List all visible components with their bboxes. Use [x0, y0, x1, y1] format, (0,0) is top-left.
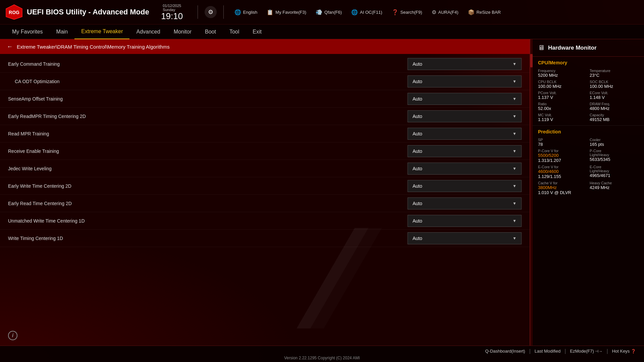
- setting-label: CA ODT Optimization: [8, 79, 408, 84]
- setting-dropdown-read-mpr-training[interactable]: Auto ▼: [408, 128, 522, 140]
- setting-row-early-read-time-2d: Early Read Time Centering 2D Auto ▼: [0, 195, 530, 212]
- breadcrumb-bar: ← Extreme Tweaker\DRAM Timing Control\Me…: [0, 39, 530, 54]
- chevron-down-icon: ▼: [513, 114, 517, 119]
- pred-sp: SP 78: [538, 138, 587, 147]
- hw-frequency: Frequency 5200 MHz: [538, 69, 587, 78]
- chevron-down-icon: ▼: [513, 184, 517, 188]
- setting-label: Early Read Time Centering 2D: [8, 201, 408, 206]
- setting-label: Early Command Training: [8, 61, 408, 67]
- toolbar-qfan[interactable]: 💨 Qfan(F6): [312, 7, 346, 17]
- svg-text:ROG: ROG: [9, 10, 19, 15]
- setting-row-receive-enable-training: Receive Enable Training Auto ▼: [0, 142, 530, 160]
- nav-advanced[interactable]: Advanced: [129, 24, 167, 39]
- setting-label: SenseAmp Offset Training: [8, 96, 408, 102]
- setting-row-unmatched-write-time-1d: Unmatched Write Time Centering 1D Auto ▼: [0, 212, 530, 230]
- datetime-area: 01/12/2025 Sunday 19:10: [159, 4, 185, 20]
- nav-boot[interactable]: Boot: [198, 24, 223, 39]
- time-display: 19:10: [161, 12, 183, 20]
- last-modified-button[interactable]: Last Modified: [535, 348, 560, 354]
- toolbar-search[interactable]: ❓ Search(F9): [388, 7, 426, 17]
- toolbar: 🌐 English 📋 My Favorite(F3) 💨 Qfan(F6) 🌐…: [230, 7, 639, 17]
- logo-area: ROG UEFI BIOS Utility - Advanced Mode: [5, 4, 149, 20]
- footer-sep-2: |: [565, 348, 566, 354]
- settings-panel: ← Extreme Tweaker\DRAM Timing Control\Me…: [0, 39, 530, 346]
- hw-pcore-volt: PCore Volt. 1.137 V: [538, 91, 587, 100]
- nav-main[interactable]: Main: [50, 24, 75, 39]
- chevron-down-icon: ▼: [513, 79, 517, 84]
- setting-dropdown-early-read-time-2d[interactable]: Auto ▼: [408, 197, 522, 209]
- info-area: i: [0, 325, 530, 346]
- ezmode-button[interactable]: EzMode(F7) ⊣→: [570, 348, 602, 354]
- chevron-down-icon: ▼: [513, 236, 517, 241]
- toolbar-ai-oc[interactable]: 🌐 AI OC(F11): [347, 7, 386, 17]
- cpu-memory-title: CPU/Memory: [538, 60, 639, 65]
- chevron-down-icon: ▼: [513, 131, 517, 136]
- toolbar-english[interactable]: 🌐 English: [230, 7, 262, 17]
- date-display: 01/12/2025 Sunday: [163, 4, 181, 12]
- footer: Q-Dashboard(Insert) | Last Modified | Ez…: [0, 346, 644, 362]
- nav-exit[interactable]: Exit: [246, 24, 268, 39]
- setting-row-read-mpr-training: Read MPR Training Auto ▼: [0, 125, 530, 142]
- aura-icon: ⚙: [432, 9, 436, 15]
- hw-monitor-panel: 🖥 Hardware Monitor CPU/Memory Frequency …: [533, 39, 644, 346]
- back-button[interactable]: ←: [7, 43, 13, 50]
- gear-button[interactable]: ⚙: [205, 6, 217, 18]
- chevron-down-icon: ▼: [513, 201, 517, 206]
- pred-ecore-v: E-Core V for 4600/4600 1.129/1.155: [538, 165, 587, 179]
- nav-monitor[interactable]: Monitor: [167, 24, 198, 39]
- setting-dropdown-senseamp-offset-training[interactable]: Auto ▼: [408, 93, 522, 105]
- setting-row-early-readmpr-timing-2d: Early ReadMPR Timing Centering 2D Auto ▼: [0, 108, 530, 125]
- q-dashboard-button[interactable]: Q-Dashboard(Insert): [485, 348, 525, 354]
- pred-pcore-v: P-Core V for 5500/5200 1.313/1.207: [538, 149, 587, 163]
- setting-label: Write Timing Centering 1D: [8, 236, 408, 241]
- setting-dropdown-write-timing-1d[interactable]: Auto ▼: [408, 232, 522, 244]
- footer-sep-3: |: [606, 348, 608, 354]
- top-bar-divider2: [223, 5, 224, 19]
- setting-row-ca-odt-optimization: CA ODT Optimization Auto ▼: [0, 73, 530, 90]
- setting-dropdown-early-command-training[interactable]: Auto ▼: [408, 58, 522, 70]
- setting-label: Early ReadMPR Timing Centering 2D: [8, 114, 408, 119]
- chevron-down-icon: ▼: [513, 97, 517, 101]
- setting-dropdown-ca-odt-optimization[interactable]: Auto ▼: [408, 75, 522, 87]
- setting-dropdown-unmatched-write-time-1d[interactable]: Auto ▼: [408, 215, 522, 227]
- cpu-memory-section: CPU/Memory Frequency 5200 MHz Temperatur…: [533, 57, 644, 126]
- nav-my-favorites[interactable]: My Favorites: [5, 24, 50, 39]
- setting-row-early-command-training: Early Command Training Auto ▼: [0, 55, 530, 73]
- setting-label: Early Write Time Centering 2D: [8, 183, 408, 189]
- main-content: ← Extreme Tweaker\DRAM Timing Control\Me…: [0, 39, 644, 346]
- setting-dropdown-early-write-time-2d[interactable]: Auto ▼: [408, 180, 522, 192]
- chevron-down-icon: ▼: [513, 62, 517, 66]
- pred-ecore-light-heavy: E-CoreLight/Heavy 4965/4671: [590, 165, 639, 179]
- info-icon[interactable]: i: [8, 331, 17, 340]
- toolbar-my-favorite[interactable]: 📋 My Favorite(F3): [263, 7, 310, 17]
- chevron-down-icon: ▼: [513, 219, 517, 223]
- globe-icon: 🌐: [234, 9, 241, 15]
- pred-heavy-cache: Heavy Cache 4249 MHz: [590, 181, 639, 195]
- setting-row-early-write-time-2d: Early Write Time Centering 2D Auto ▼: [0, 177, 530, 195]
- hw-ecore-volt: ECore Volt. 1.148 V: [590, 91, 639, 100]
- app-title: UEFI BIOS Utility - Advanced Mode: [27, 8, 149, 16]
- nav-bar: My Favorites Main Extreme Tweaker Advanc…: [0, 24, 644, 39]
- settings-list: Early Command Training Auto ▼ CA ODT Opt…: [0, 54, 530, 325]
- hw-dram-freq: DRAM Freq. 4800 MHz: [590, 102, 639, 111]
- setting-label: Unmatched Write Time Centering 1D: [8, 218, 408, 224]
- scrollbar[interactable]: [530, 39, 533, 346]
- toolbar-aura[interactable]: ⚙ AURA(F4): [428, 7, 463, 17]
- chevron-down-icon: ▼: [513, 166, 517, 171]
- setting-label: Receive Enable Training: [8, 148, 408, 154]
- pred-cooler: Cooler 165 pts: [590, 138, 639, 147]
- hw-capacity: Capacity 49152 MB: [590, 113, 639, 122]
- prediction-section: Prediction SP 78 Cooler 165 pts P-Core V…: [533, 126, 644, 198]
- nav-extreme-tweaker[interactable]: Extreme Tweaker: [74, 24, 129, 39]
- rog-logo: ROG: [5, 4, 23, 20]
- hw-ratio: Ratio 52.00x: [538, 102, 587, 111]
- setting-dropdown-receive-enable-training[interactable]: Auto ▼: [408, 145, 522, 157]
- toolbar-resizerebar[interactable]: 📦 ReSize BAR: [464, 7, 505, 17]
- hot-keys-button[interactable]: Hot Keys ❓: [612, 348, 636, 354]
- setting-row-jedec-write-leveling: Jedec Write Leveling Auto ▼: [0, 160, 530, 177]
- setting-dropdown-jedec-write-leveling[interactable]: Auto ▼: [408, 163, 522, 175]
- setting-dropdown-early-readmpr-timing-2d[interactable]: Auto ▼: [408, 110, 522, 122]
- nav-tool[interactable]: Tool: [223, 24, 246, 39]
- prediction-title: Prediction: [538, 129, 639, 134]
- cpu-memory-grid: Frequency 5200 MHz Temperature 23°C CPU …: [538, 69, 639, 122]
